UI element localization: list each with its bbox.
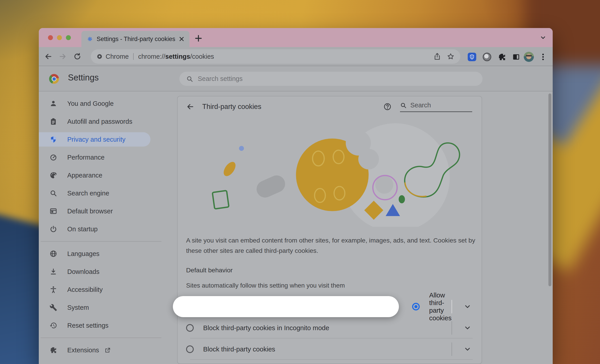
menu-kebab-icon[interactable] bbox=[539, 53, 547, 61]
tab-search-chevron-icon[interactable] bbox=[540, 34, 546, 41]
option-label: Block third-party cookies bbox=[203, 345, 451, 353]
sidebar-item-performance[interactable]: Performance bbox=[39, 148, 177, 166]
tab-title: Settings - Third-party cookies bbox=[97, 36, 178, 43]
sidebar-item-label: Performance bbox=[67, 154, 104, 161]
sidebar-item-reset[interactable]: Reset settings bbox=[39, 317, 177, 334]
settings-search-input[interactable] bbox=[197, 75, 441, 83]
address-bar[interactable]: Chrome chrome://settings/cookies bbox=[91, 49, 460, 64]
bookmark-star-icon[interactable] bbox=[447, 53, 454, 60]
sidebar-item-search-engine[interactable]: Search engine bbox=[39, 184, 177, 202]
duckduckgo-extension-icon[interactable] bbox=[483, 53, 491, 61]
close-window-button[interactable] bbox=[48, 35, 53, 40]
url-text: chrome://settings/cookies bbox=[138, 53, 433, 60]
row-divider bbox=[451, 321, 452, 335]
sidebar-item-label: You and Google bbox=[67, 100, 114, 107]
chevron-down-icon[interactable] bbox=[464, 324, 471, 332]
forward-button[interactable] bbox=[59, 52, 67, 61]
sidebar-item-label: Extensions bbox=[67, 346, 99, 354]
help-icon[interactable] bbox=[384, 103, 392, 111]
settings-body: You and GoogleAutofill and passwordsPriv… bbox=[39, 92, 553, 364]
person-icon bbox=[49, 100, 57, 107]
new-tab-button[interactable] bbox=[194, 34, 203, 43]
section-subtitle: Sites automatically follow this setting … bbox=[186, 282, 482, 289]
sidebar-divider bbox=[41, 241, 161, 242]
profile-avatar[interactable] bbox=[524, 52, 534, 62]
shield-icon bbox=[49, 136, 57, 143]
extensions-puzzle-icon[interactable] bbox=[498, 53, 506, 61]
sidebar-item-label: Privacy and security bbox=[67, 136, 126, 143]
zoom-window-button[interactable] bbox=[66, 35, 71, 40]
default-behavior-options: Allow third-party cookiesBlock third-par… bbox=[178, 296, 482, 360]
sidebar-item-autofill[interactable]: Autofill and passwords bbox=[39, 112, 177, 131]
card-search-input[interactable] bbox=[410, 101, 474, 109]
active-tab[interactable]: Settings - Third-party cookies bbox=[81, 31, 189, 47]
settings-header: Settings bbox=[39, 66, 553, 92]
chrome-site-icon bbox=[96, 53, 103, 60]
sidebar-item-extensions[interactable]: Extensions bbox=[39, 341, 177, 359]
sidebar-divider bbox=[41, 337, 161, 338]
option-label: Block third-party cookies in Incognito m… bbox=[203, 324, 451, 332]
third-party-cookies-card: Third-party cookies bbox=[177, 96, 482, 364]
sidebar-item-label: Autofill and passwords bbox=[67, 118, 132, 125]
sidebar-item-label: Reset settings bbox=[67, 322, 109, 329]
clipboard-icon bbox=[49, 118, 57, 125]
sidebar-item-accessibility[interactable]: Accessibility bbox=[39, 281, 177, 299]
radio-block[interactable] bbox=[186, 345, 194, 353]
back-arrow-icon[interactable] bbox=[186, 103, 194, 111]
url-path: /cookies bbox=[190, 53, 214, 60]
sidebar-item-label: Search engine bbox=[67, 190, 109, 197]
chevron-down-icon[interactable] bbox=[464, 345, 471, 353]
sidebar-item-downloads[interactable]: Downloads bbox=[39, 263, 177, 281]
sidebar-item-you-and-google[interactable]: You and Google bbox=[39, 94, 177, 112]
power-icon bbox=[49, 225, 57, 233]
globe-icon bbox=[49, 250, 57, 258]
reload-button[interactable] bbox=[73, 52, 81, 61]
search-icon bbox=[49, 189, 57, 197]
sidebar-item-default-browser[interactable]: Default browser bbox=[39, 202, 177, 220]
card-title: Third-party cookies bbox=[202, 103, 384, 111]
traffic-lights bbox=[48, 35, 71, 40]
card-search[interactable] bbox=[400, 101, 474, 112]
download-icon bbox=[49, 268, 57, 275]
sidebar-item-label: Accessibility bbox=[67, 286, 103, 293]
sidebar-item-appearance[interactable]: Appearance bbox=[39, 166, 177, 184]
site-chip-label: Chrome bbox=[106, 53, 129, 60]
tab-strip: Settings - Third-party cookies bbox=[39, 28, 553, 47]
chip-divider bbox=[133, 53, 134, 60]
search-icon bbox=[186, 75, 193, 83]
chrome-logo bbox=[49, 74, 59, 84]
sidebar-item-languages[interactable]: Languages bbox=[39, 245, 177, 263]
spotlight-highlight bbox=[173, 296, 399, 317]
settings-search-box[interactable] bbox=[179, 72, 483, 86]
settings-gear-favicon bbox=[87, 36, 93, 42]
radio-block-incognito[interactable] bbox=[186, 324, 194, 332]
share-icon[interactable] bbox=[433, 53, 441, 60]
cookie-illustration bbox=[178, 117, 482, 227]
scrollbar-thumb[interactable] bbox=[548, 93, 551, 286]
search-underline bbox=[400, 112, 472, 112]
option-allow[interactable]: Allow third-party cookies bbox=[178, 296, 482, 317]
browser-toolbar: Chrome chrome://settings/cookies bbox=[39, 47, 553, 66]
speed-icon bbox=[49, 154, 57, 161]
external-link-icon bbox=[104, 347, 111, 353]
sidebar-item-label: Downloads bbox=[67, 268, 99, 275]
back-button[interactable] bbox=[44, 52, 52, 61]
card-header: Third-party cookies bbox=[178, 96, 482, 117]
sidebar-item-on-startup[interactable]: On startup bbox=[39, 220, 177, 238]
page-title: Settings bbox=[68, 73, 99, 83]
chevron-down-icon[interactable] bbox=[464, 303, 471, 310]
sidebar-item-privacy[interactable]: Privacy and security bbox=[39, 131, 177, 148]
side-panel-icon[interactable] bbox=[512, 53, 520, 61]
radio-allow[interactable] bbox=[412, 303, 420, 310]
sidebar-nav: You and GoogleAutofill and passwordsPriv… bbox=[39, 92, 177, 364]
sidebar-item-label: On startup bbox=[67, 225, 98, 233]
search-icon bbox=[400, 102, 407, 109]
minimize-window-button[interactable] bbox=[57, 35, 62, 40]
bitwarden-extension-icon[interactable] bbox=[468, 53, 476, 61]
desktop: Settings - Third-party cookies Chrome ch… bbox=[0, 0, 600, 364]
sidebar-item-label: Languages bbox=[67, 250, 100, 258]
sidebar-item-system[interactable]: System bbox=[39, 299, 177, 317]
tab-close-icon[interactable] bbox=[178, 36, 185, 42]
main-content: Third-party cookies bbox=[177, 92, 553, 364]
option-block[interactable]: Block third-party cookies bbox=[178, 338, 482, 360]
